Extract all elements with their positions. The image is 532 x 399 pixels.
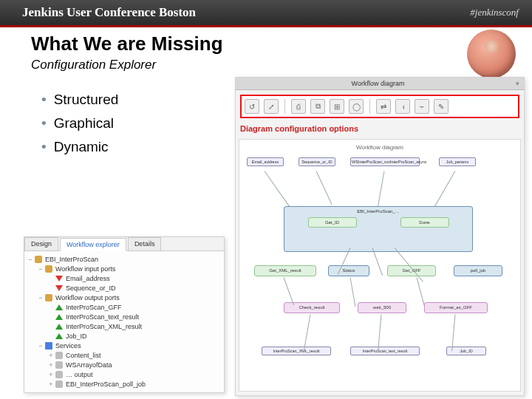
dn-icon <box>55 276 63 282</box>
twisty-icon[interactable]: + <box>48 381 54 388</box>
up-icon <box>55 314 63 320</box>
tree-label: Services <box>55 342 81 349</box>
tree-node[interactable]: +Content_list <box>27 350 222 360</box>
service-node-ebi[interactable]: EBI_InterProScan_… Get_ID Done <box>284 206 473 252</box>
doc-icon <box>55 361 63 369</box>
toolbar-button[interactable]: ✎ <box>434 99 449 114</box>
tree-node[interactable]: −Workflow input ports <box>27 264 222 273</box>
tree-node[interactable]: +EBI_InterProScan_poll_job <box>27 379 222 389</box>
toolbar-button[interactable]: ⫞ <box>395 99 410 114</box>
tree-label: InterProScan_text_result <box>66 313 139 321</box>
fld-icon <box>45 294 52 301</box>
canvas-title: Workflow diagram <box>239 144 520 151</box>
bullet-text: Graphical <box>54 115 114 131</box>
tree-node[interactable]: InterProScan_text_result <box>27 312 222 321</box>
tree-label: Workflow input ports <box>55 265 115 273</box>
slide-title: What We are Missing <box>31 33 223 55</box>
tree-node[interactable]: InterProScan_GFF <box>27 302 222 312</box>
slide-subtitle: Configuration Explorer <box>31 58 156 72</box>
tree-node[interactable]: +WSArrayofData <box>27 360 222 369</box>
node-label: EBI_InterProScan_… <box>286 209 471 214</box>
toolbar-button[interactable]: ⧉ <box>310 99 325 114</box>
doc-icon <box>55 371 63 378</box>
up-icon <box>55 324 63 330</box>
input-port[interactable]: Email_address <box>247 157 284 166</box>
tree-label: Email_address <box>66 275 110 282</box>
output-port[interactable]: InterProScan_text_result <box>350 347 420 355</box>
bullet-dot-icon: • <box>41 139 47 154</box>
fld-icon <box>35 256 42 263</box>
toolbar-button[interactable]: ⇄ <box>376 99 391 114</box>
tab-design[interactable]: Design <box>24 237 58 250</box>
tree-node[interactable]: −Services <box>27 341 222 350</box>
doc-icon <box>55 381 63 388</box>
service-node[interactable]: Get_XML_result <box>254 265 316 276</box>
tree-node[interactable]: Email_address <box>27 273 222 283</box>
bullet-text: Structured <box>54 92 119 107</box>
tree-label: Content_list <box>66 352 101 359</box>
bullet-list: •Structured •Graphical •Dynamic <box>41 84 118 163</box>
input-port[interactable]: WSInterProScan_runInterProScan_async <box>350 157 420 166</box>
service-node[interactable]: poll_job <box>454 265 502 276</box>
twisty-icon[interactable]: − <box>38 342 44 349</box>
input-port[interactable]: Sequence_or_ID <box>299 157 335 166</box>
header-bar: Jenkins User Conference Boston #jenkinsc… <box>0 0 532 25</box>
service-node[interactable]: Status <box>328 265 369 276</box>
toolbar-button[interactable]: ◯ <box>349 99 364 114</box>
service-node[interactable]: wait_500 <box>358 302 406 313</box>
screenshot-workflow-explorer: Design Workflow explorer Details −EBI_In… <box>24 236 225 393</box>
tab-workflow-explorer[interactable]: Workflow explorer <box>60 238 126 251</box>
tree-label: InterProScan_GFF <box>66 304 122 311</box>
dn-icon <box>55 285 63 291</box>
bullet-item: •Dynamic <box>41 139 118 155</box>
toolbar-button[interactable]: ⎙ <box>291 99 306 114</box>
doc-icon <box>55 352 63 359</box>
tree-node[interactable]: −EBI_InterProScan <box>27 254 222 264</box>
diagram-caption: Diagram configuration options <box>236 123 524 136</box>
tree-label: Sequence_or_ID <box>66 284 116 292</box>
jenkins-logo-icon <box>467 30 516 78</box>
toolbar-button[interactable]: ⊞ <box>330 99 344 114</box>
bullet-dot-icon: • <box>41 92 47 107</box>
tree-label: EBI_InterProScan_poll_job <box>66 381 146 388</box>
tree-label: Job_ID <box>66 332 87 340</box>
toolbar-button[interactable]: ⫟ <box>415 99 429 114</box>
fld-icon <box>45 265 52 273</box>
toolbar-button[interactable]: ↺ <box>245 99 259 114</box>
twisty-icon[interactable]: − <box>38 265 44 273</box>
tree-view: −EBI_InterProScan−Workflow input portsEm… <box>24 251 224 390</box>
bullet-item: •Structured <box>41 92 118 108</box>
service-node[interactable]: Format_as_GFF <box>424 302 488 313</box>
input-port[interactable]: Job_params <box>439 157 476 166</box>
diagram-toolbar: ↺⤢⎙⧉⊞◯⇄⫞⫟✎ <box>240 95 519 118</box>
twisty-icon[interactable]: − <box>27 256 33 263</box>
tree-node[interactable]: Job_ID <box>27 331 222 341</box>
tree-node[interactable]: +… output <box>27 369 222 379</box>
service-node[interactable]: Check_result <box>284 302 340 313</box>
svc-icon <box>45 342 52 349</box>
sub-node[interactable]: Get_ID <box>308 217 357 228</box>
dropdown-icon[interactable]: ▾ <box>516 80 519 87</box>
tree-label: WSArrayofData <box>66 361 112 369</box>
toolbar-button[interactable]: ⤢ <box>264 99 279 114</box>
bullet-dot-icon: • <box>41 115 47 131</box>
bullet-text: Dynamic <box>54 139 109 154</box>
sub-node[interactable]: Done <box>400 217 449 228</box>
twisty-icon[interactable]: − <box>38 294 44 301</box>
tree-label: EBI_InterProScan <box>45 256 98 263</box>
twisty-icon[interactable]: + <box>48 371 54 378</box>
tab-details[interactable]: Details <box>128 237 162 250</box>
twisty-icon[interactable]: + <box>48 361 54 369</box>
tree-label: … output <box>66 371 93 378</box>
bullet-item: •Graphical <box>41 115 118 132</box>
diagram-canvas: Workflow diagram Email_address Sequence_… <box>239 139 521 392</box>
header-hashtag: #jenkinsconf <box>470 7 519 18</box>
output-port[interactable]: InterProScan_XML_result <box>262 347 331 355</box>
slide: Jenkins User Conference Boston #jenkinsc… <box>0 0 532 399</box>
tree-node[interactable]: −Workflow output ports <box>27 293 222 302</box>
tree-node[interactable]: Sequence_or_ID <box>27 283 222 293</box>
twisty-icon[interactable]: + <box>48 352 54 359</box>
up-icon <box>55 333 63 339</box>
tree-node[interactable]: InterProScan_XML_result <box>27 321 222 331</box>
header-title: Jenkins User Conference Boston <box>22 5 196 20</box>
